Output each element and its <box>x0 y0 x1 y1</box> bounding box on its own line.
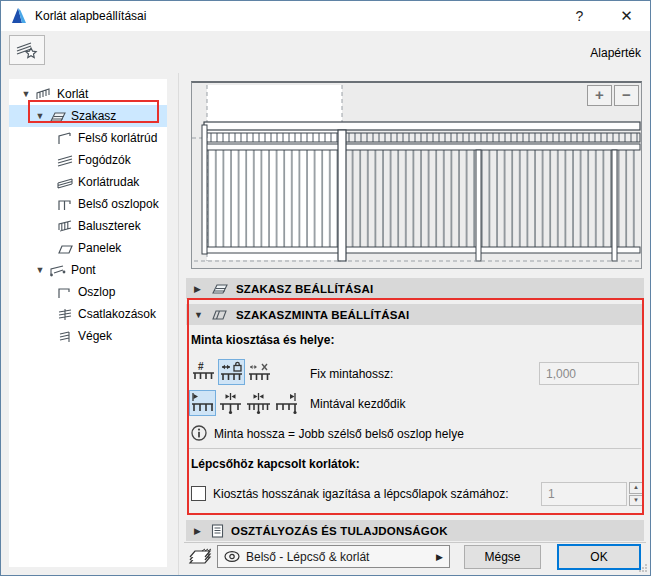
sidebar-item-label: Fogódzók <box>78 153 131 167</box>
sidebar-item-panelek[interactable]: Panelek <box>9 237 167 259</box>
sidebar-item-csatlakozasok[interactable]: Csatlakozások <box>9 303 167 325</box>
divisions-icon: # <box>191 360 216 384</box>
spinner-up-icon[interactable]: ▲ <box>629 482 643 494</box>
cancel-button[interactable]: Mégse <box>464 545 541 569</box>
svg-text:#: # <box>198 361 204 372</box>
connections-icon <box>57 308 74 321</box>
start-with-pattern-icon <box>190 391 215 415</box>
sidebar-item-label: Pont <box>71 263 96 277</box>
sidebar-item-oszlop[interactable]: Oszlop <box>9 281 167 303</box>
pattern-mode-flexible-button[interactable] <box>246 359 273 385</box>
section-title: SZAKASZ BEÁLLÍTÁSAI <box>236 283 373 295</box>
sidebar-item-label: Oszlop <box>78 285 115 299</box>
element-tree: ▼ Korlát ▼ Szakasz Felső korlátrúd <box>9 79 167 567</box>
spinner-down-icon[interactable]: ▼ <box>629 495 643 507</box>
stairs-heading: Lépcsőhöz kapcsolt korlátok: <box>191 457 360 471</box>
title-bar: Korlát alapbeállításai ? ✕ <box>1 1 650 31</box>
pattern-mode-fixed-length-button[interactable] <box>218 359 245 385</box>
rails-icon <box>57 176 74 189</box>
post-icon <box>57 286 74 299</box>
sidebar-item-label: Baluszterek <box>78 219 141 233</box>
toolbar: Alapérték <box>1 31 650 73</box>
sidebar-item-felso-korlatrud[interactable]: Felső korlátrúd <box>9 127 167 149</box>
stair-count-stepper[interactable]: ▲ ▼ <box>629 482 643 506</box>
segment-icon <box>49 110 67 123</box>
stair-count-input[interactable] <box>541 482 627 506</box>
pattern-mode-divisions-button[interactable]: # <box>190 359 217 385</box>
panel-divider <box>178 73 179 576</box>
sidebar-item-baluszterek[interactable]: Baluszterek <box>9 215 167 237</box>
railing-settings-dialog: Korlát alapbeállításai ? ✕ Alapérték ▼ K… <box>0 0 651 576</box>
chevron-down-icon[interactable]: ▼ <box>35 265 45 275</box>
section-szakasz-beallitasai[interactable]: ▶ SZAKASZ BEÁLLÍTÁSAI <box>186 278 644 299</box>
collapse-arrow-icon[interactable]: ▶ <box>194 284 204 294</box>
favorites-button[interactable] <box>9 35 45 65</box>
pattern-start-center-post-button[interactable] <box>217 390 244 416</box>
sidebar-item-label: Belső oszlopok <box>78 197 159 211</box>
layer-name: Belső - Lépcső & korlát <box>246 550 369 564</box>
divider <box>189 448 641 449</box>
fix-length-input[interactable] <box>539 362 639 385</box>
segment-icon <box>211 282 229 295</box>
pattern-heading: Minta kiosztása és helye: <box>191 333 334 347</box>
ok-button[interactable]: OK <box>557 544 641 570</box>
sidebar-item-label: Végek <box>78 329 112 343</box>
sidebar-item-label: Felső korlátrúd <box>78 131 157 145</box>
footer-divider <box>184 542 646 543</box>
collapse-arrow-icon[interactable]: ▶ <box>194 526 204 536</box>
default-label: Alapérték <box>590 46 641 60</box>
chevron-down-icon[interactable]: ▼ <box>35 111 45 121</box>
sidebar-item-korlat[interactable]: ▼ Korlát <box>9 83 167 105</box>
help-button[interactable]: ? <box>557 1 602 31</box>
window-title: Korlát alapbeállításai <box>35 9 146 23</box>
sidebar-item-pont[interactable]: ▼ Pont <box>9 259 167 281</box>
panel-icon <box>211 308 229 321</box>
document-icon <box>211 524 224 538</box>
zoom-in-button[interactable]: + <box>587 85 612 106</box>
chevron-right-icon: ▶ <box>436 552 443 562</box>
pattern-start-begin-button[interactable] <box>189 390 216 416</box>
railing-preview[interactable] <box>191 81 642 269</box>
sidebar-item-belso-oszlopok[interactable]: Belső oszlopok <box>9 193 167 215</box>
panels-icon <box>57 242 74 255</box>
chevron-down-icon[interactable]: ▼ <box>21 89 31 99</box>
center-from-post-icon <box>218 391 243 415</box>
section-title: OSZTÁLYOZÁS ÉS TULAJDONSÁGOK <box>231 525 448 537</box>
sidebar-item-label: Korlátrudak <box>78 175 139 189</box>
inner-posts-icon <box>57 198 74 211</box>
start-mode-label: Mintával kezdődik <box>310 397 405 411</box>
sidebar-item-label: Panelek <box>78 241 121 255</box>
sidebar-item-vegek[interactable]: Végek <box>9 325 167 347</box>
layer-picker[interactable]: Belső - Lépcső & korlát ▶ <box>217 545 450 568</box>
section-title: SZAKASZMINTA BEÁLLÍTÁSAI <box>236 309 409 321</box>
sidebar-item-szakasz[interactable]: ▼ Szakasz <box>9 105 167 127</box>
flexible-icon <box>247 360 272 384</box>
node-icon <box>49 264 67 277</box>
sidebar-item-label: Korlát <box>57 87 88 101</box>
app-icon <box>10 7 28 25</box>
fixed-length-icon <box>219 360 244 384</box>
close-button[interactable]: ✕ <box>604 1 649 31</box>
eye-icon <box>224 551 240 562</box>
ends-icon <box>57 330 74 343</box>
handrails-icon <box>57 154 74 167</box>
railing-icon <box>35 88 53 101</box>
stair-adjust-label: Kiosztás hosszának igazítása a lépcsőlap… <box>213 487 509 501</box>
sidebar-item-korlatrudak[interactable]: Korlátrudak <box>9 171 167 193</box>
top-rail-icon <box>57 132 74 145</box>
expand-arrow-icon[interactable]: ▼ <box>194 310 204 320</box>
sidebar-item-fogodzok[interactable]: Fogódzók <box>9 149 167 171</box>
pattern-start-center-baluster-button[interactable] <box>245 390 272 416</box>
resize-grip[interactable] <box>639 564 647 572</box>
sidebar-item-label: Csatlakozások <box>78 307 156 321</box>
layers-icon[interactable] <box>188 547 214 567</box>
fix-length-label: Fix mintahossz: <box>310 367 393 381</box>
info-text: Minta hossza = Jobb szélső belső oszlop … <box>214 427 464 441</box>
pattern-start-end-button[interactable] <box>273 390 300 416</box>
section-szakaszminta-beallitasai[interactable]: ▼ SZAKASZMINTA BEÁLLÍTÁSAI <box>186 304 644 325</box>
zoom-out-button[interactable]: − <box>614 85 639 106</box>
favorites-icon <box>14 39 40 61</box>
stair-adjust-checkbox[interactable] <box>191 486 206 501</box>
info-icon <box>191 425 207 441</box>
section-osztalyozas[interactable]: ▶ OSZTÁLYOZÁS ÉS TULAJDONSÁGOK <box>186 520 644 541</box>
